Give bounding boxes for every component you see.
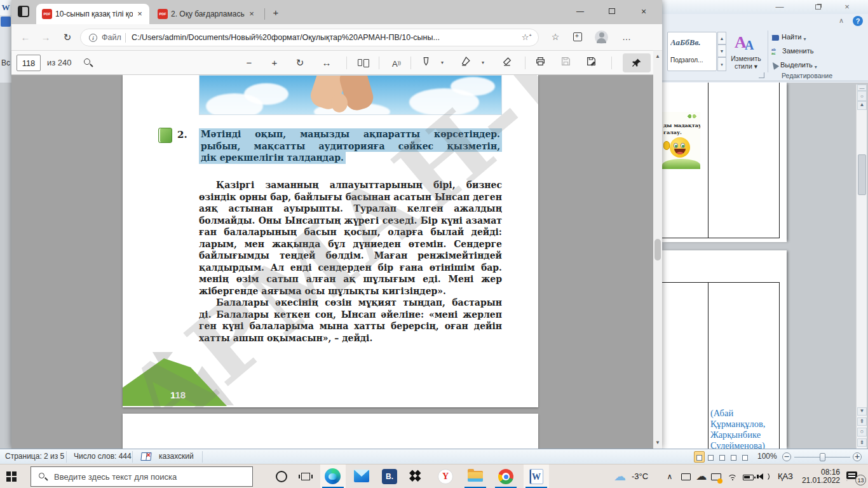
pdf-scroll-thumb[interactable] <box>654 239 661 261</box>
new-tab-button[interactable]: + <box>269 6 282 19</box>
collections-icon[interactable] <box>573 32 582 41</box>
spellcheck-icon[interactable] <box>140 452 151 461</box>
web-layout-view-button[interactable] <box>717 451 728 463</box>
find-button[interactable]: Найти ▾ <box>771 33 860 46</box>
edge-minimize-button[interactable]: — <box>571 6 590 18</box>
pdf-scrollbar[interactable]: ▲ ▼ <box>653 51 662 449</box>
ruler-toggle-button[interactable]: ○ <box>857 91 867 101</box>
taskbar-edge-button[interactable] <box>320 464 346 488</box>
taskbar-chrome-button[interactable] <box>493 464 519 488</box>
page-view-icon[interactable] <box>358 59 362 66</box>
word-page-2[interactable]: (АбайҚұрманқұлов,ЖарқынбикеСулейменова) <box>662 250 787 449</box>
zoom-slider-thumb[interactable] <box>820 453 825 461</box>
split-handle[interactable]: — <box>857 85 867 91</box>
tray-expand-icon[interactable]: ∧ <box>662 464 677 488</box>
tablet-mode-icon[interactable] <box>679 464 694 488</box>
scroll-up-button[interactable]: ▲ <box>857 101 867 110</box>
forward-icon[interactable]: → <box>39 31 52 44</box>
profile-avatar[interactable] <box>595 30 608 44</box>
edge-maximize-button[interactable] <box>602 6 621 18</box>
tab-close-icon[interactable]: × <box>247 9 257 19</box>
style-gallery-up-button[interactable]: ▲ <box>717 32 726 44</box>
draw-dropdown-icon[interactable]: ▾ <box>441 60 444 65</box>
weather-button[interactable]: ☁ -3°C <box>610 464 660 488</box>
browser-tab-1[interactable]: PDF 10-сынып қазақ тілі қоғамдық- × <box>36 4 149 24</box>
wifi-icon[interactable] <box>726 464 741 488</box>
battery-icon[interactable] <box>741 464 756 488</box>
onedrive-icon[interactable]: ☁ <box>694 464 709 488</box>
word-restore-button[interactable] <box>808 2 827 12</box>
previous-page-button[interactable]: ⇞ <box>857 417 867 426</box>
styles-dialog-launcher-icon[interactable] <box>759 72 764 78</box>
taskbar-dropbox-button[interactable] <box>405 464 430 488</box>
scroll-thumb[interactable] <box>858 154 866 195</box>
tab-actions-icon[interactable] <box>18 6 29 17</box>
ribbon-collapse-icon[interactable]: ∧ <box>839 17 844 25</box>
read-aloud-icon[interactable]: A)) <box>389 56 404 70</box>
pdf-viewer[interactable]: 2. Мәтінді оқып, маңызды ақпаратты көрсе… <box>11 75 653 449</box>
tab-close-icon[interactable]: × <box>135 9 145 19</box>
taskbar-explorer-button[interactable] <box>463 464 488 488</box>
word-help-button[interactable]: ? <box>853 16 863 26</box>
page-number-input[interactable] <box>17 55 41 71</box>
back-icon[interactable]: ← <box>19 31 32 44</box>
scroll-up-icon[interactable]: ▲ <box>653 52 662 61</box>
style-gallery-more-button[interactable]: ▾ <box>717 57 726 71</box>
taskbar-word-button[interactable]: W <box>524 464 549 488</box>
zoom-in-icon[interactable]: + <box>267 56 282 70</box>
rotate-icon[interactable]: ↻ <box>292 56 308 70</box>
word-minimize-button[interactable]: — <box>770 2 789 12</box>
search-icon[interactable] <box>84 58 90 65</box>
style-gallery-down-button[interactable]: ▼ <box>717 44 726 57</box>
print-layout-view-button[interactable] <box>694 451 705 463</box>
style-gallery-item[interactable]: АаБбВв. Подзагол... <box>667 32 717 71</box>
outline-view-button[interactable] <box>728 451 739 463</box>
word-vertical-scrollbar[interactable]: — ○ ▲ ▼ ⇞ ○ ⇟ <box>856 85 867 449</box>
highlight-dropdown-icon[interactable]: ▾ <box>482 60 484 65</box>
word-quick-access-icon[interactable] <box>1 17 11 27</box>
word-app-icon[interactable]: W <box>0 0 11 15</box>
browser-tab-2[interactable]: PDF 2. Оқу бағдарламасы_ Қазақ тіл × <box>152 4 261 24</box>
cortana-button[interactable] <box>271 464 292 488</box>
zoom-out-icon[interactable]: − <box>241 56 257 70</box>
task-view-button[interactable] <box>295 464 316 488</box>
favorites-icon[interactable]: ☆ <box>548 30 563 45</box>
save-as-icon[interactable] <box>586 56 601 70</box>
word-close-button[interactable]: × <box>837 2 857 12</box>
draft-view-button[interactable] <box>740 451 750 463</box>
taskbar-yandex-button[interactable]: Y <box>433 464 458 488</box>
pin-toolbar-button[interactable] <box>623 53 651 72</box>
replace-button[interactable]: abacЗаменить <box>771 47 860 60</box>
cast-status-icon[interactable] <box>709 464 726 488</box>
zoom-out-button[interactable]: − <box>782 452 791 461</box>
taskbar-vk-button[interactable]: B. <box>377 464 402 488</box>
scroll-down-icon[interactable]: ▼ <box>653 438 662 447</box>
fit-to-width-icon[interactable]: ↔ <box>319 56 334 70</box>
change-styles-button[interactable]: Изменить стили ▾ <box>726 55 766 70</box>
more-menu-icon[interactable]: … <box>619 30 634 45</box>
print-icon[interactable] <box>535 56 550 70</box>
taskbar-search-box[interactable]: Введите здесь текст для поиска <box>31 466 253 487</box>
zoom-in-button[interactable]: + <box>853 452 862 461</box>
draw-icon[interactable] <box>421 56 436 70</box>
status-language[interactable]: казахский <box>159 452 194 461</box>
refresh-icon[interactable]: ↻ <box>61 31 74 44</box>
next-page-button[interactable]: ⇟ <box>857 438 867 447</box>
taskbar-mail-button[interactable] <box>349 464 374 488</box>
info-icon[interactable]: i <box>89 34 97 42</box>
erase-icon[interactable] <box>502 56 517 70</box>
edge-close-button[interactable]: × <box>634 6 653 18</box>
reading-view-button[interactable] <box>705 451 716 463</box>
status-page-count[interactable]: Страница: 2 из 5 <box>5 452 64 461</box>
address-bar[interactable]: i Файл C:/Users/admin/Documents/Новый%20… <box>80 29 539 46</box>
add-favorite-icon[interactable]: ☆+ <box>522 32 532 42</box>
highlight-icon[interactable] <box>460 56 475 70</box>
select-browse-object-button[interactable]: ○ <box>857 428 867 437</box>
clock-button[interactable]: 08:16 21.01.2022 <box>797 464 841 488</box>
word-page-1[interactable]: ды мадақтау, галау. <box>662 83 787 242</box>
start-button[interactable] <box>0 464 28 488</box>
volume-icon[interactable] <box>756 464 773 488</box>
keyboard-language-button[interactable]: ҚАЗ <box>774 464 797 488</box>
scroll-down-button[interactable]: ▼ <box>857 407 867 416</box>
word-document-area[interactable]: ды мадақтау, галау. (АбайҚұрм <box>662 83 868 449</box>
